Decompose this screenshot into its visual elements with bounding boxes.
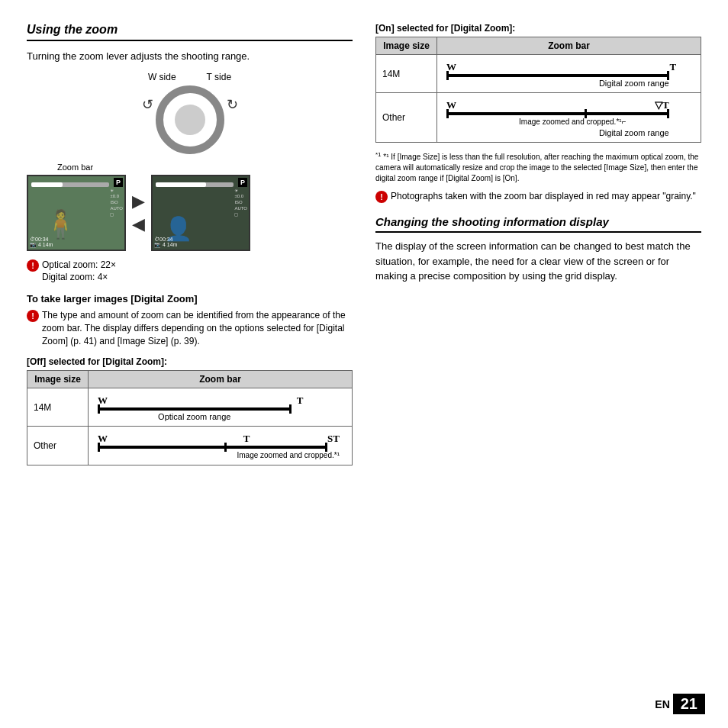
off-other-image-label: Image zoomed and cropped.*¹ xyxy=(237,450,340,460)
notice-icon-digital: ! xyxy=(27,310,39,322)
footnote-sup-1: *1 xyxy=(375,151,382,158)
off-other-crop-area: Image zoomed and cropped.*¹ xyxy=(98,450,340,460)
table-row: Other W T ST xyxy=(27,427,353,465)
on-table-title: [On] selected for [Digital Zoom]: xyxy=(375,23,701,34)
page-number-area: EN 21 xyxy=(655,694,705,714)
grainy-notice-row: ! Photographs taken with the zoom bar di… xyxy=(375,190,701,203)
off-14m-wt-row: W T xyxy=(98,395,340,407)
zoom-bar-right xyxy=(156,182,234,187)
notice-icon-zoom: ! xyxy=(27,259,39,272)
table-row: Other W ▽T xyxy=(376,93,701,143)
page-number: 21 xyxy=(673,694,705,714)
bar-tick-left-1 xyxy=(98,404,100,414)
bottom-info-right: ⏱00:34📷 4 14m xyxy=(154,237,177,248)
bar-tick-right-1 xyxy=(289,404,292,414)
off-14m-range-label: Optical zoom range xyxy=(98,412,292,421)
on-14m-digital-label: Digital zoom range xyxy=(446,79,669,88)
left-column: Using the zoom Turning the zoom lever ad… xyxy=(27,23,353,705)
off-14m-label: 14M xyxy=(27,388,89,427)
footnote-1: *1 *¹ If [Image Size] is less than the f… xyxy=(375,150,701,184)
camera-screen-right: P ☀±0.0ISOAUTO◻ 👤 ⏱00:34📷 4 14m xyxy=(151,175,250,251)
st-label-2: ST xyxy=(327,433,340,445)
bar-tick-left-2 xyxy=(98,443,100,452)
digital-zoom-notice-text: The type and amount of zoom can be ident… xyxy=(42,309,353,347)
on-table-header-imgsize: Image size xyxy=(376,37,437,55)
off-14m-bar-container: W T Optical zoom range xyxy=(95,391,346,423)
digital-zoom-title: To take larger images [Digital Zoom] xyxy=(27,293,353,304)
notice-icon-grainy: ! xyxy=(375,191,388,203)
zoom-lever-diagram: W side T side ↺ ↻ xyxy=(27,72,353,156)
off-table: Image size Zoom bar 14M W T xyxy=(27,370,353,465)
table-row: 14M W T Digita xyxy=(376,55,701,93)
display-section-text: The display of the screen information ca… xyxy=(375,239,701,284)
zoom-bar-left xyxy=(31,182,109,187)
on-14m-bar-cell: W T Digital zoom range xyxy=(437,55,701,93)
on-other-bar xyxy=(446,112,669,115)
off-other-wt-row: W T ST xyxy=(98,433,340,445)
on-14m-bar xyxy=(446,74,669,77)
off-table-header-zoombar: Zoom bar xyxy=(89,371,353,388)
off-other-bar xyxy=(98,446,327,449)
digital-zoom-notice-row: ! The type and amount of zoom can be ide… xyxy=(27,309,353,347)
arrow-right-icon: ↻ xyxy=(227,96,238,113)
on-14m-wt-row: W T xyxy=(446,61,688,73)
section-title-zoom: Using the zoom xyxy=(27,23,353,41)
on-14m-bar-container: W T Digital zoom range xyxy=(443,58,694,89)
off-14m-bar-cell: W T Optical zoom range xyxy=(89,388,353,427)
p-badge-left: P xyxy=(114,178,123,187)
grainy-notice-text: Photographs taken with the zoom bar disp… xyxy=(391,190,696,203)
table-row: 14M W T Optica xyxy=(27,388,353,427)
zoom-ring-wrapper: ↺ ↻ xyxy=(156,85,224,156)
figure-left: 🧍 xyxy=(43,208,78,240)
right-column: [On] selected for [Digital Zoom]: Image … xyxy=(375,23,701,705)
page: Using the zoom Turning the zoom lever ad… xyxy=(0,0,728,728)
side-info-right: ☀±0.0ISOAUTO◻ xyxy=(234,188,247,218)
on-other-bar-container: W ▽T Image zoomed xyxy=(443,96,694,139)
bar-tick-right-2 xyxy=(325,443,327,452)
bar-tick-left-4 xyxy=(446,109,449,118)
section-title-display: Changing the shooting information displa… xyxy=(375,215,701,233)
zoom-fill-right xyxy=(156,182,206,187)
on-table: Image size Zoom bar 14M W T xyxy=(375,37,701,143)
off-table-header-imgsize: Image size xyxy=(27,371,89,388)
right-arrow-icon: ▶ xyxy=(132,192,145,211)
zoom-specs-text: Optical zoom: 22× Digital zoom: 4× xyxy=(42,259,116,285)
on-other-crop-row: Image zoomed and cropped.*¹ ⌐ xyxy=(446,117,688,127)
t-label-3: T xyxy=(669,61,676,73)
zoom-bar-label: Zoom bar xyxy=(57,163,353,172)
side-info-left: ☀±0.0ISOAUTO◻ xyxy=(110,188,123,218)
camera-screen-left: P ☀±0.0ISOAUTO◻ 🧍 ⏱00:34📷 4 14m xyxy=(27,175,126,251)
intro-text: Turning the zoom lever adjusts the shoot… xyxy=(27,49,353,64)
zoom-ring xyxy=(156,85,224,154)
off-other-bar-container: W T ST Image zoomed a xyxy=(95,430,346,462)
bracket-icon: ⌐ xyxy=(622,117,627,127)
bar-tick-mid-2 xyxy=(224,443,227,452)
p-badge-right: P xyxy=(238,178,247,187)
bar-tick-right-3 xyxy=(667,71,669,80)
bar-tick-right-4 xyxy=(667,109,669,118)
footnote-1-text: *¹ If [Image Size] is less than the full… xyxy=(375,153,698,182)
bottom-info-left: ⏱00:34📷 4 14m xyxy=(30,237,53,248)
left-arrow-icon: ◀ xyxy=(132,214,145,234)
zoom-specs-row: ! Optical zoom: 22× Digital zoom: 4× xyxy=(27,259,353,285)
on-14m-label: 14M xyxy=(376,55,437,93)
w-side-label: W side xyxy=(148,72,176,82)
t-side-label: T side xyxy=(207,72,231,82)
off-other-bar-cell: W T ST Image zoomed a xyxy=(89,427,353,465)
on-other-bar-cell: W ▽T Image zoomed xyxy=(437,93,701,143)
t-label-2: T xyxy=(243,433,250,445)
off-other-label: Other xyxy=(27,427,89,465)
arrow-between: ▶ ◀ xyxy=(132,192,145,234)
on-other-image-area: Image zoomed and cropped.*¹ ⌐ xyxy=(519,117,626,127)
arrow-left-icon: ↺ xyxy=(142,96,153,113)
off-table-title: [Off] selected for [Digital Zoom]: xyxy=(27,356,353,367)
bar-tick-left-3 xyxy=(446,71,449,80)
on-table-header-zoombar: Zoom bar xyxy=(437,37,701,55)
zoom-labels: W side T side xyxy=(27,72,353,82)
camera-screens: P ☀±0.0ISOAUTO◻ 🧍 ⏱00:34📷 4 14m ▶ ◀ P xyxy=(27,175,353,251)
off-14m-bar xyxy=(98,407,292,411)
zoom-fill-left xyxy=(31,182,63,187)
en-label: EN xyxy=(655,698,669,710)
on-other-digital-label: Digital zoom range xyxy=(446,128,669,137)
on-other-wt-row: W ▽T xyxy=(446,99,688,111)
